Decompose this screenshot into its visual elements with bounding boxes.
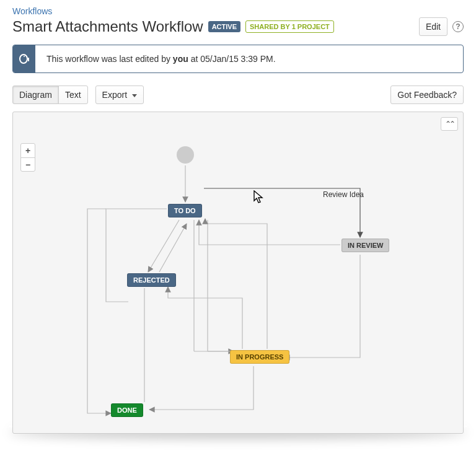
status-badge-shared[interactable]: SHARED BY 1 PROJECT: [245, 20, 334, 33]
breadcrumb-link-workflows[interactable]: Workflows: [12, 6, 52, 16]
feedback-button[interactable]: Got Feedback?: [390, 86, 464, 104]
info-middle: at: [188, 54, 200, 64]
tab-diagram[interactable]: Diagram: [12, 86, 59, 104]
info-banner: This workflow was last edited by you at …: [12, 45, 464, 73]
info-when: 05/Jan/15 3:39 PM: [200, 54, 273, 64]
workflow-node-todo[interactable]: TO DO: [168, 204, 202, 217]
info-suffix: .: [273, 54, 276, 64]
export-button[interactable]: Export: [95, 86, 144, 104]
workflow-node-rejected[interactable]: REJECTED: [127, 273, 176, 287]
export-label: Export: [102, 90, 127, 100]
info-text: This workflow was last edited by you at …: [35, 45, 287, 72]
help-icon[interactable]: ?: [452, 21, 464, 32]
breadcrumb: Workflows: [12, 6, 464, 16]
tab-text[interactable]: Text: [58, 86, 88, 104]
workflow-start-node[interactable]: [177, 146, 194, 164]
workflow-node-done[interactable]: DONE: [111, 403, 143, 417]
info-who: you: [173, 54, 188, 64]
shared-prefix: SHARED BY: [250, 23, 292, 30]
workflow-canvas[interactable]: + −: [12, 112, 464, 434]
page-title: Smart Attachments Workflow: [12, 18, 203, 35]
info-icon: [13, 45, 35, 72]
shared-suffix: PROJECT: [296, 23, 330, 30]
workflow-edges: [13, 112, 463, 434]
workflow-node-in-review[interactable]: IN REVIEW: [342, 239, 389, 252]
workflow-node-in-progress[interactable]: IN PROGRESS: [230, 350, 289, 364]
edge-label-review-idea: Review Idea: [323, 190, 364, 199]
chevron-down-icon: [132, 94, 137, 97]
view-toggle: Diagram Text: [12, 86, 88, 104]
status-badge-active: ACTIVE: [208, 21, 240, 32]
edit-button[interactable]: Edit: [419, 17, 447, 36]
info-prefix: This workflow was last edited by: [46, 54, 173, 64]
